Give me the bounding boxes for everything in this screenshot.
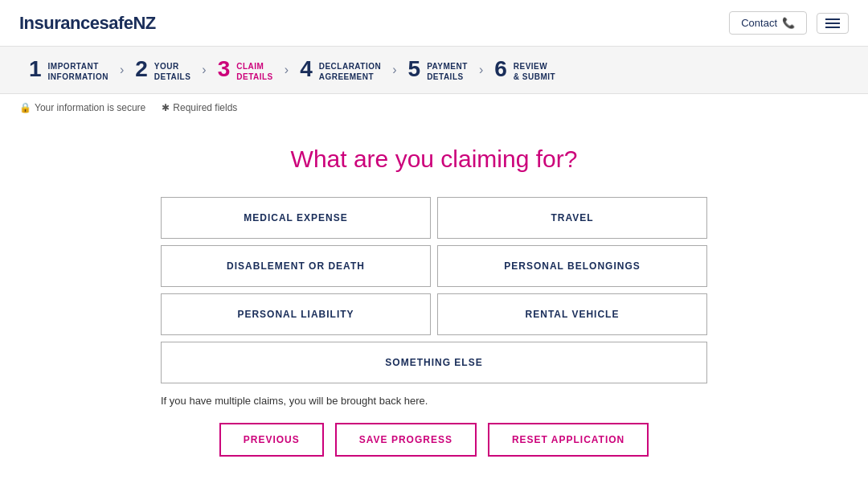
page-title: What are you claiming for? xyxy=(291,145,578,173)
step-item-2[interactable]: 2 YOUR DETAILS xyxy=(125,47,200,93)
step-arrow-1: › xyxy=(118,63,125,77)
claim-btn-something-else[interactable]: SOMETHING ELSE xyxy=(161,342,707,383)
claim-options: MEDICAL EXPENSE TRAVEL DISABLEMENT OR DE… xyxy=(161,197,707,383)
step-4-label: DECLARATION AGREEMENT xyxy=(319,58,382,82)
save-progress-button[interactable]: SAVE PROGRESS xyxy=(335,423,477,457)
claim-btn-disablement[interactable]: DISABLEMENT OR DEATH xyxy=(161,245,431,287)
claim-btn-personal-belongings[interactable]: PERSONAL BELONGINGS xyxy=(437,245,707,287)
multi-claim-note: If you have multiple claims, you will be… xyxy=(161,395,707,407)
step-1-label: IMPORTANT INFORMATION xyxy=(48,58,108,82)
step-arrow-3: › xyxy=(283,63,290,77)
contact-label: Contact xyxy=(741,17,777,29)
step-1-num: 1 xyxy=(29,58,42,80)
header-right: Contact 📞 xyxy=(729,11,849,35)
step-2-num: 2 xyxy=(135,58,148,80)
header: InsurancesafeNZ Contact 📞 xyxy=(0,0,868,47)
step-item-6[interactable]: 6 REVIEW & SUBMIT xyxy=(485,47,565,93)
step-nav-inner: 1 IMPORTANT INFORMATION › 2 YOUR DETAILS… xyxy=(19,47,849,93)
asterisk-icon: ✱ xyxy=(162,102,170,113)
previous-button[interactable]: PREVIOUS xyxy=(219,423,324,457)
step-arrow-4: › xyxy=(391,63,398,77)
contact-button[interactable]: Contact 📞 xyxy=(729,11,807,35)
claim-btn-rental-vehicle[interactable]: RENTAL VEHICLE xyxy=(437,293,707,335)
step-3-num: 3 xyxy=(218,58,231,80)
step-6-label: REVIEW & SUBMIT xyxy=(514,58,555,82)
secure-info: 🔒 Your information is secure xyxy=(19,102,145,113)
step-5-num: 5 xyxy=(408,58,421,80)
step-item-1[interactable]: 1 IMPORTANT INFORMATION xyxy=(19,47,118,93)
step-3-label: CLAIM DETAILS xyxy=(236,58,273,82)
claim-btn-travel[interactable]: TRAVEL xyxy=(437,197,707,239)
step-5-label: PAYMENT DETAILS xyxy=(427,58,468,82)
step-item-3[interactable]: 3 CLAIM DETAILS xyxy=(208,47,283,93)
step-arrow-2: › xyxy=(200,63,207,77)
step-2-label: YOUR DETAILS xyxy=(154,58,191,82)
phone-icon: 📞 xyxy=(782,17,795,29)
step-item-5[interactable]: 5 PAYMENT DETAILS xyxy=(399,47,477,93)
step-arrow-5: › xyxy=(477,63,485,77)
claim-row-2: DISABLEMENT OR DEATH PERSONAL BELONGINGS xyxy=(161,245,707,287)
claim-row-3: PERSONAL LIABILITY RENTAL VEHICLE xyxy=(161,293,707,335)
required-info: ✱ Required fields xyxy=(162,102,237,113)
hamburger-line-3 xyxy=(825,27,840,28)
hamburger-line-1 xyxy=(825,18,840,20)
step-item-4[interactable]: 4 DECLARATION AGREEMENT xyxy=(290,47,391,93)
claim-btn-medical-expense[interactable]: MEDICAL EXPENSE xyxy=(161,197,431,239)
step-6-num: 6 xyxy=(494,58,507,80)
step-nav: 1 IMPORTANT INFORMATION › 2 YOUR DETAILS… xyxy=(0,47,868,94)
info-bar: 🔒 Your information is secure ✱ Required … xyxy=(0,94,868,121)
bottom-buttons: PREVIOUS SAVE PROGRESS RESET APPLICATION xyxy=(219,423,649,457)
claim-row-4: SOMETHING ELSE xyxy=(161,342,707,383)
logo: InsurancesafeNZ xyxy=(19,13,156,34)
claim-row-1: MEDICAL EXPENSE TRAVEL xyxy=(161,197,707,239)
menu-button[interactable] xyxy=(817,13,849,34)
hamburger-line-2 xyxy=(825,23,840,24)
lock-icon: 🔒 xyxy=(19,102,31,113)
step-4-num: 4 xyxy=(300,58,313,80)
claim-btn-personal-liability[interactable]: PERSONAL LIABILITY xyxy=(161,293,431,335)
reset-application-button[interactable]: RESET APPLICATION xyxy=(488,423,649,457)
main-content: What are you claiming for? MEDICAL EXPEN… xyxy=(0,121,868,489)
